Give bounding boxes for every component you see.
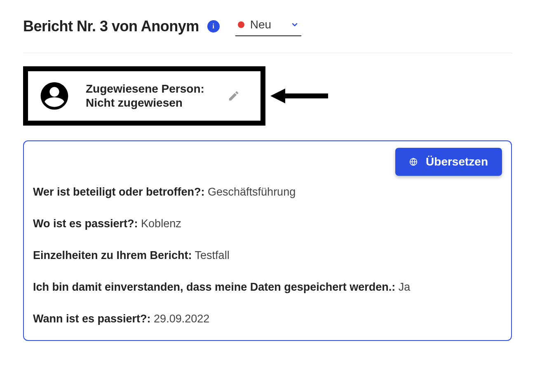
detail-list: Wer ist beteiligt oder betroffen?: Gesch… <box>33 185 502 326</box>
translate-button[interactable]: Übersetzen <box>395 148 502 176</box>
detail-label: Ich bin damit einverstanden, dass meine … <box>33 281 395 293</box>
detail-value: Ja <box>399 281 411 293</box>
edit-assigned-button[interactable] <box>228 90 240 102</box>
assigned-text-group: Zugewiesene Person: Nicht zugewiesen <box>86 82 204 110</box>
info-icon[interactable]: i <box>207 20 220 33</box>
status-dropdown[interactable]: Neu <box>235 16 301 36</box>
detail-row: Ich bin damit einverstanden, dass meine … <box>33 280 502 294</box>
detail-row: Einzelheiten zu Ihrem Bericht: Testfall <box>33 248 502 263</box>
detail-row: Wer ist beteiligt oder betroffen?: Gesch… <box>33 185 502 199</box>
detail-value: Geschäftsführung <box>208 186 296 198</box>
detail-label: Wann ist es passiert?: <box>33 313 151 325</box>
assigned-value: Nicht zugewiesen <box>86 96 204 110</box>
svg-marker-0 <box>270 89 328 103</box>
assigned-person-section: Zugewiesene Person: Nicht zugewiesen <box>23 66 265 126</box>
arrow-left-icon <box>270 88 328 104</box>
page-header: Bericht Nr. 3 von Anonym i Neu <box>23 16 512 53</box>
translate-button-label: Übersetzen <box>426 155 488 168</box>
page-title: Bericht Nr. 3 von Anonym <box>23 18 199 35</box>
detail-row: Wann ist es passiert?: 29.09.2022 <box>33 312 502 326</box>
assigned-label: Zugewiesene Person: <box>86 82 204 96</box>
detail-label: Wo ist es passiert?: <box>33 217 138 230</box>
chevron-down-icon <box>291 21 299 29</box>
detail-value: Koblenz <box>141 217 181 230</box>
detail-label: Einzelheiten zu Ihrem Bericht: <box>33 249 192 261</box>
globe-icon <box>409 158 418 166</box>
status-label: Neu <box>250 18 285 31</box>
status-indicator-dot <box>238 21 244 28</box>
avatar-icon <box>38 79 71 112</box>
report-details-card: Übersetzen Wer ist beteiligt oder betrof… <box>23 140 512 341</box>
detail-label: Wer ist beteiligt oder betroffen?: <box>33 186 205 198</box>
detail-value: 29.09.2022 <box>154 313 209 325</box>
assigned-person-box: Zugewiesene Person: Nicht zugewiesen <box>23 66 265 126</box>
detail-value: Testfall <box>195 249 230 261</box>
detail-row: Wo ist es passiert?: Koblenz <box>33 217 502 231</box>
